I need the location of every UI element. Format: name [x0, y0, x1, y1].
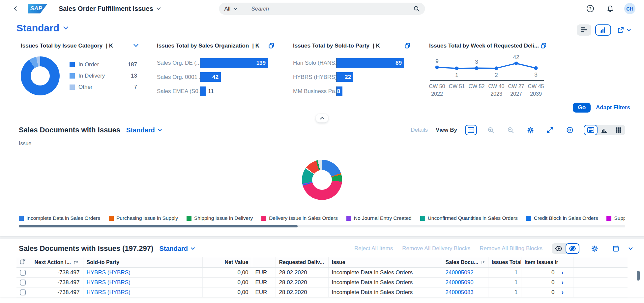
bar-chart-view-button[interactable]	[598, 125, 611, 135]
column-header-requested-delivery[interactable]: Requested Deliv...	[276, 257, 328, 268]
chart-view-button[interactable]	[595, 24, 611, 36]
app-title[interactable]: Sales Order Fulfillment Issues	[59, 5, 161, 13]
legend-item[interactable]: In Delivery 13	[70, 73, 137, 79]
table-settings-button[interactable]	[589, 243, 600, 254]
export-spreadsheet-button[interactable]	[610, 243, 622, 254]
legend-item[interactable]: Supply Issue in Sales Orders	[606, 215, 625, 221]
row-navigate-cell[interactable]: ›	[558, 278, 573, 287]
bar[interactable]: 139	[200, 58, 268, 68]
bar[interactable]: 8	[337, 86, 342, 96]
legend-item[interactable]: Unconfirmed Quantities in Sales Orders	[420, 215, 518, 221]
clear-selection-header[interactable]	[16, 257, 31, 268]
item-issues-cell: 0	[521, 278, 558, 287]
chart-table-view-button[interactable]	[584, 125, 598, 135]
legend-item[interactable]: Purchasing Issue in Supply	[109, 215, 178, 221]
column-header-issue[interactable]: Issue	[328, 257, 442, 268]
view-by-button[interactable]: View By	[436, 127, 457, 133]
fullscreen-button[interactable]	[544, 125, 556, 135]
notifications-bell-icon[interactable]	[604, 3, 616, 14]
sales-doc-link[interactable]: 240005083	[446, 289, 474, 295]
legend-toggle-button[interactable]	[465, 125, 477, 135]
row-select-cell[interactable]	[16, 268, 31, 278]
column-header-issues-total[interactable]: Issues Total	[488, 257, 521, 268]
legend-item[interactable]: Shipping Issue in Delivery	[187, 215, 253, 221]
legend-scrollbar[interactable]	[19, 225, 625, 227]
details-button[interactable]: Details	[411, 127, 428, 133]
page-variant-selector[interactable]: Standard	[16, 22, 68, 34]
column-header-next-action[interactable]: Next Action i...	[31, 257, 83, 268]
bar[interactable]: 22	[337, 72, 353, 82]
table-row[interactable]: -738.497 HYBRS (HYBRS) 0,00 EUR 28.02.20…	[16, 287, 628, 297]
filterbar-view-button[interactable]	[577, 24, 591, 36]
adapt-filters-link[interactable]: Adapt Filters	[596, 104, 630, 111]
table-row[interactable]: -738.497 HYBRS (HYBRS) 0,00 EUR 28.02.20…	[16, 278, 628, 287]
copy-icon[interactable]	[404, 43, 411, 50]
row-navigate-cell[interactable]: ›	[558, 287, 573, 297]
back-icon[interactable]	[10, 3, 21, 14]
sold-to-cell: HYBRS (HYBRS)	[83, 287, 202, 297]
grid-view-button[interactable]	[611, 125, 625, 135]
chevron-down-icon[interactable]	[133, 43, 138, 49]
focus-target-button[interactable]	[564, 125, 576, 135]
copy-icon[interactable]	[268, 43, 275, 50]
sold-to-link[interactable]: HYBRS (HYBRS)	[87, 269, 131, 276]
legend-item[interactable]: Credit Block in Sales Orders	[526, 215, 598, 221]
row-select-cell[interactable]	[16, 287, 31, 297]
row-checkbox[interactable]	[20, 280, 26, 286]
sales-doc-link[interactable]: 240005090	[446, 279, 474, 286]
reject-all-items-button[interactable]: Reject All Items	[354, 245, 393, 252]
bar[interactable]	[200, 86, 206, 96]
row-select-cell[interactable]	[16, 278, 31, 287]
search-input[interactable]: Search	[251, 6, 413, 12]
legend-item[interactable]: In Order 187	[70, 61, 137, 68]
go-button[interactable]: Go	[573, 103, 591, 113]
bar[interactable]: 42	[200, 72, 221, 82]
help-icon[interactable]: ?	[585, 3, 596, 14]
column-header-sold-to[interactable]: Sold-to Party	[83, 257, 202, 268]
column-header-item-issues[interactable]: Item Issues in Or...	[521, 257, 558, 268]
chevron-right-icon[interactable]: ›	[562, 279, 564, 286]
row-checkbox[interactable]	[20, 289, 26, 295]
zoom-out-button[interactable]	[505, 125, 516, 135]
remove-all-delivery-blocks-button[interactable]: Remove All Delivery Blocks	[402, 245, 470, 252]
chevron-down-icon[interactable]	[629, 247, 633, 250]
table-header-row: Next Action i... Sold-to Party Net Value…	[16, 257, 628, 268]
chevron-right-icon[interactable]: ›	[562, 288, 564, 296]
chart-settings-button[interactable]	[524, 125, 536, 135]
column-header-filler	[573, 257, 628, 268]
column-header-net-value[interactable]: Net Value	[202, 257, 252, 268]
share-button[interactable]	[617, 26, 631, 34]
show-details-button[interactable]	[552, 243, 566, 254]
issue-category-donut-chart[interactable]	[21, 56, 60, 95]
search-icon[interactable]	[414, 6, 420, 12]
hide-details-button[interactable]	[566, 243, 579, 254]
sold-to-link[interactable]: HYBRS (HYBRS)	[87, 289, 131, 295]
sales-doc-link[interactable]: 240005092	[446, 269, 474, 276]
collapse-header-button[interactable]	[316, 114, 328, 122]
table-row[interactable]: -738.497 HYBRS (HYBRS) 0,00 EUR 28.02.20…	[16, 268, 628, 278]
legend-item[interactable]: Delivery Issue in Sales Orders	[261, 215, 337, 221]
search-bar[interactable]: All Search	[219, 3, 425, 15]
copy-icon[interactable]	[541, 43, 547, 50]
table-variant-selector[interactable]: Standard	[159, 245, 195, 252]
table-scrollbar-thumb[interactable]	[637, 271, 640, 281]
legend-item[interactable]: Incomplete Data in Sales Orders	[19, 215, 100, 221]
chart-variant-selector[interactable]: Standard	[126, 126, 162, 134]
chevron-right-icon[interactable]: ›	[562, 269, 564, 276]
sold-to-link[interactable]: HYBRS (HYBRS)	[87, 279, 131, 286]
column-header-currency[interactable]	[252, 257, 276, 268]
avatar[interactable]: CH	[624, 3, 635, 14]
legend-item[interactable]: Other 7	[70, 84, 137, 90]
zoom-in-button[interactable]	[485, 125, 497, 135]
row-navigate-cell[interactable]: ›	[558, 268, 573, 278]
column-header-sales-document[interactable]: Sales Docu...	[442, 257, 488, 268]
row-checkbox[interactable]	[20, 270, 26, 276]
legend-item[interactable]: No Journal Entry Created	[346, 215, 412, 221]
search-scope-select[interactable]: All	[224, 6, 238, 12]
remove-all-billing-blocks-button[interactable]: Remove All Billing Blocks	[480, 245, 542, 252]
bar[interactable]: 89	[337, 58, 404, 68]
week-line-chart[interactable]: 9CW 5020221CW 513CW 522CW 40202342CW 272…	[429, 53, 547, 99]
issues-donut-chart[interactable]	[302, 160, 342, 200]
chevron-down-icon	[157, 7, 161, 10]
scrollbar-thumb[interactable]	[19, 225, 298, 227]
